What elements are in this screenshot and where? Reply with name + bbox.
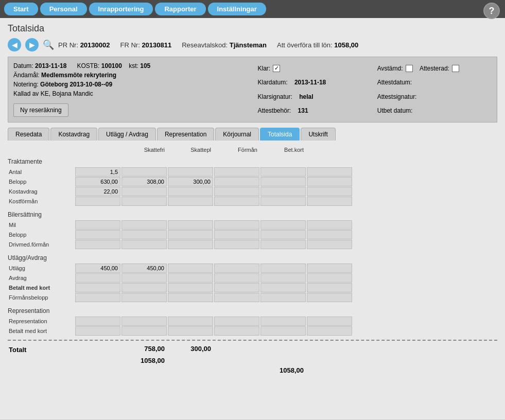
traktamente-kostforman-c3 bbox=[168, 197, 213, 206]
totalt-label: Totalt bbox=[8, 345, 75, 355]
traktamente-belopp-row: Belopp 630,00 308,00 300,00 bbox=[8, 177, 497, 186]
traktamente-kostforman-c1 bbox=[75, 197, 120, 206]
bilersattning-mil-row: Mil bbox=[8, 220, 497, 230]
tab-totalsida[interactable]: Totalsida bbox=[260, 128, 300, 141]
fr-nr-value: 20130811 bbox=[142, 41, 171, 49]
notering-row: Notering: Göteborg 2013-10-08--09 bbox=[13, 81, 248, 88]
reseavtal-label: Reseavtalskod: Tjänsteman bbox=[182, 41, 267, 49]
tab-resedata[interactable]: Resedata bbox=[8, 128, 49, 141]
utlagg-avdrag-row: Avdrag bbox=[8, 273, 497, 283]
bilersattning-mil-c5 bbox=[260, 220, 306, 230]
subtotal-empty-3 bbox=[214, 357, 260, 364]
bilersattning-drivmed-c4 bbox=[214, 240, 259, 249]
subtotal-value: 1058,00 bbox=[121, 357, 167, 364]
utlagg-avdrag-c5 bbox=[260, 273, 306, 283]
pr-nr-value: 20130002 bbox=[80, 41, 110, 49]
bilersattning-belopp-c2 bbox=[121, 230, 167, 239]
bilersattning-drivmed-label: Drivmed.förmån bbox=[8, 240, 75, 249]
utlagg-forman-c1 bbox=[75, 293, 120, 302]
kst-value: 105 bbox=[140, 62, 150, 69]
toolbar-info: PR Nr: 20130002 FR Nr: 20130811 Reseavta… bbox=[58, 41, 497, 49]
tab-representation[interactable]: Representation bbox=[157, 128, 214, 141]
traktamente-belopp-c3: 300,00 bbox=[168, 177, 213, 186]
grandtotal-empty-0 bbox=[8, 366, 75, 374]
utlagg-utlagg-c6 bbox=[307, 264, 352, 273]
utlagg-avdrag-c6 bbox=[307, 273, 352, 283]
tab-kostavdrag[interactable]: Kostavdrag bbox=[50, 128, 97, 141]
top-navigation: Start Personal Inrapportering Rapporter … bbox=[0, 0, 505, 18]
attestdatum-row: Attestdatum: bbox=[377, 77, 492, 89]
representation-betalt-c5 bbox=[260, 326, 306, 336]
attestbehor-value: 131 bbox=[298, 107, 308, 114]
utlagg-utlagg-row: Utlägg 450,00 450,00 bbox=[8, 264, 497, 273]
next-button[interactable]: ▶ bbox=[25, 38, 39, 51]
tab-korjournal[interactable]: Körjournal bbox=[215, 128, 259, 141]
attesterad-checkbox[interactable] bbox=[452, 65, 459, 72]
kallad-row: Kallad av KE, Bojana Mandic bbox=[13, 90, 248, 97]
traktamente-antal-c4 bbox=[214, 167, 259, 177]
traktamente-belopp-c1: 630,00 bbox=[75, 177, 120, 186]
utlagg-avdrag-label: Avdrag bbox=[8, 273, 75, 283]
representation-betalt-c3 bbox=[168, 326, 213, 336]
tab-utlagg-avdrag[interactable]: Utlägg / Avdrag bbox=[98, 128, 156, 141]
representation-betalt-c4 bbox=[214, 326, 259, 336]
bilersattning-mil-c2 bbox=[121, 220, 167, 230]
bilersattning-header: Bilersättning bbox=[8, 211, 497, 218]
totalt-row: Totalt 758,00 300,00 bbox=[8, 345, 497, 355]
prev-button[interactable]: ◀ bbox=[8, 38, 21, 51]
klardatum-row: Klardatum: 2013-11-18 bbox=[258, 77, 372, 89]
attestsignatur-row: Attestsignatur: bbox=[377, 91, 492, 103]
traktamente-antal-c2 bbox=[121, 167, 167, 177]
representation-c6 bbox=[307, 317, 352, 326]
traktamente-belopp-c4 bbox=[214, 177, 259, 186]
avstamd-checkbox[interactable] bbox=[406, 65, 413, 72]
nav-tab-installningar[interactable]: Inställningar bbox=[208, 3, 266, 15]
traktamente-antal-c3 bbox=[168, 167, 213, 177]
ny-reserakning-button[interactable]: Ny reseräkning bbox=[13, 103, 68, 117]
utlagg-betalt-row: Betalt med kort bbox=[8, 283, 497, 292]
info-left: Datum: 2013-11-18 KOSTB: 100100 kst: 105… bbox=[13, 62, 248, 117]
bilersattning-mil-label: Mil bbox=[8, 220, 75, 230]
search-button[interactable]: 🔍 bbox=[43, 39, 54, 50]
subtotal-empty-0 bbox=[8, 357, 75, 364]
tab-utskrift[interactable]: Utskrift bbox=[301, 128, 335, 141]
subtotal-empty-2 bbox=[167, 357, 214, 364]
nav-tab-personal[interactable]: Personal bbox=[40, 3, 87, 15]
datum-row: Datum: 2013-11-18 KOSTB: 100100 kst: 105 bbox=[13, 62, 248, 69]
traktamente-antal-label: Antal bbox=[8, 167, 75, 177]
andamal-row: Ändamål: Medlemsmöte rekrytering bbox=[13, 72, 248, 79]
bilersattning-mil-c1 bbox=[75, 220, 120, 230]
nav-tab-start[interactable]: Start bbox=[4, 3, 38, 15]
traktamente-kostforman-c2 bbox=[121, 197, 167, 206]
nav-tab-rapporter[interactable]: Rapporter bbox=[155, 3, 205, 15]
representation-c1 bbox=[75, 317, 120, 326]
utbet-datum-row: Utbet datum: bbox=[377, 105, 492, 117]
help-button[interactable]: ? bbox=[483, 3, 500, 19]
bilersattning-drivmed-c5 bbox=[260, 240, 306, 249]
column-headers: Skattefri Skattepl Förmån Bet.kort bbox=[8, 147, 497, 153]
representation-label: Representation bbox=[8, 317, 75, 326]
utlagg-avdrag-c2 bbox=[121, 273, 167, 283]
traktamente-belopp-c5 bbox=[260, 177, 306, 186]
col-header-forman: Förmån bbox=[214, 147, 260, 153]
utlagg-forman-c4 bbox=[214, 293, 259, 302]
klardatum-value: 2013-11-18 bbox=[294, 79, 326, 86]
col-header-empty bbox=[8, 147, 75, 153]
grandtotal-empty-5 bbox=[306, 366, 353, 374]
traktamente-antal-row: Antal 1,5 bbox=[8, 167, 497, 177]
info-right: Klar: Avstämd: Attesterad: Klardatum: 20… bbox=[258, 62, 492, 117]
bilersattning-drivmed-c3 bbox=[168, 240, 213, 249]
traktamente-kostavdrag-c5 bbox=[260, 187, 306, 196]
grandtotal-value: 1058,00 bbox=[260, 366, 306, 374]
utlagg-forman-label: Förmånsbelopp bbox=[8, 293, 75, 302]
utlagg-utlagg-c3 bbox=[168, 264, 213, 273]
nav-tab-inrapportering[interactable]: Inrapportering bbox=[89, 3, 153, 15]
bilersattning-belopp-c4 bbox=[214, 230, 259, 239]
utlagg-betalt-c4 bbox=[214, 283, 259, 292]
traktamente-kostavdrag-c2 bbox=[121, 187, 167, 196]
utlagg-forman-c2 bbox=[121, 293, 167, 302]
traktamente-belopp-label: Belopp bbox=[8, 177, 75, 186]
klar-checkbox[interactable] bbox=[273, 65, 280, 72]
bilersattning-drivmed-row: Drivmed.förmån bbox=[8, 240, 497, 249]
info-panel: Datum: 2013-11-18 KOSTB: 100100 kst: 105… bbox=[8, 57, 497, 122]
